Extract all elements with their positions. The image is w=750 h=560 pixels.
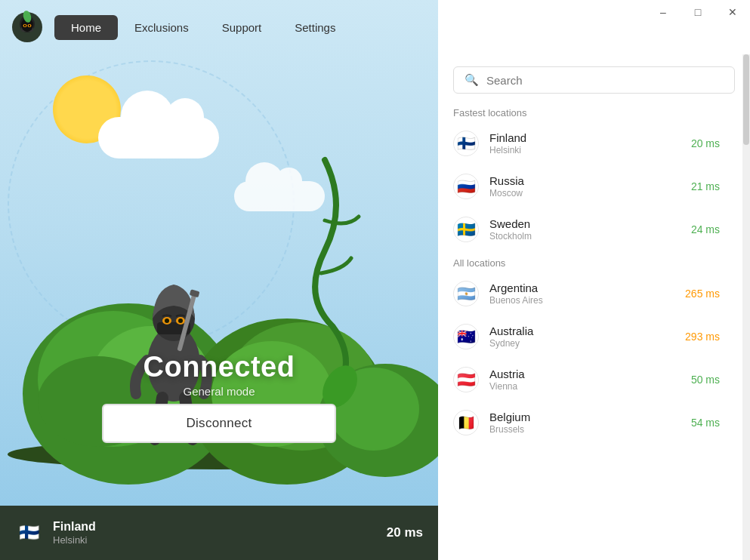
loc-ping: 21 ms bbox=[691, 180, 720, 192]
loc-ping: 265 ms bbox=[685, 288, 720, 300]
disconnect-button-wrap: Disconnect bbox=[102, 404, 336, 443]
flag-finland: 🇫🇮 bbox=[453, 131, 479, 156]
flag-sweden: 🇸🇪 bbox=[453, 217, 479, 242]
status-info: Finland Helsinki bbox=[53, 520, 387, 546]
navbar: Home Exclusions Support Settings bbox=[0, 0, 438, 54]
loc-info-austria: Austria Vienna bbox=[489, 368, 691, 392]
loc-city: Brussels bbox=[489, 424, 691, 435]
loc-country: Argentina bbox=[489, 282, 685, 294]
loc-info-argentina: Argentina Buenos Aires bbox=[489, 282, 685, 306]
minimize-button[interactable]: – bbox=[646, 0, 681, 24]
maximize-button[interactable]: □ bbox=[681, 0, 715, 24]
svg-point-26 bbox=[178, 318, 183, 323]
location-item[interactable]: 🇷🇺 Russia Moscow 21 ms bbox=[438, 165, 735, 208]
location-item[interactable]: 🇦🇺 Australia Sydney 293 ms bbox=[438, 315, 735, 358]
scrollbar-track[interactable] bbox=[742, 54, 750, 560]
loc-city: Helsinki bbox=[489, 145, 691, 155]
location-list: Fastest locations 🇫🇮 Finland Helsinki 20… bbox=[438, 101, 750, 560]
svg-point-7 bbox=[29, 25, 30, 26]
app-logo-icon bbox=[11, 11, 44, 44]
loc-city: Vienna bbox=[489, 381, 691, 392]
loc-city: Buenos Aires bbox=[489, 295, 685, 306]
location-item[interactable]: 🇸🇪 Sweden Stockholm 24 ms bbox=[438, 208, 735, 251]
flag-austria: 🇦🇹 bbox=[453, 367, 479, 392]
loc-city: Moscow bbox=[489, 188, 691, 198]
fastest-section-label: Fastest locations bbox=[438, 101, 742, 122]
svg-point-25 bbox=[165, 318, 169, 323]
connection-mode: General mode bbox=[0, 385, 438, 398]
loc-country: Belgium bbox=[489, 411, 691, 423]
status-bar: 🇫🇮 Finland Helsinki 20 ms bbox=[0, 506, 438, 560]
connection-status: Connected bbox=[0, 351, 438, 383]
search-bar: 🔍 bbox=[453, 66, 735, 94]
loc-city: Stockholm bbox=[489, 231, 691, 242]
status-ping: 20 ms bbox=[387, 525, 423, 540]
status-area: Connected General mode bbox=[0, 351, 438, 398]
search-input[interactable] bbox=[486, 74, 724, 87]
loc-country: Australia bbox=[489, 325, 685, 337]
flag-russia: 🇷🇺 bbox=[453, 174, 479, 199]
loc-ping: 293 ms bbox=[685, 331, 720, 343]
disconnect-button[interactable]: Disconnect bbox=[102, 404, 336, 443]
status-flag: 🇫🇮 bbox=[15, 519, 42, 546]
location-item[interactable]: 🇦🇷 Argentina Buenos Aires 265 ms bbox=[438, 272, 735, 315]
close-button[interactable]: ✕ bbox=[715, 0, 750, 24]
loc-country: Austria bbox=[489, 368, 691, 380]
loc-city: Sydney bbox=[489, 338, 685, 349]
loc-ping: 50 ms bbox=[691, 374, 720, 386]
location-item[interactable]: 🇦🇹 Austria Vienna 50 ms bbox=[438, 358, 735, 401]
loc-info-sweden: Sweden Stockholm bbox=[489, 217, 691, 242]
flag-australia: 🇦🇺 bbox=[453, 324, 479, 349]
right-panel: 🔍 Fastest locations 🇫🇮 Finland Helsinki … bbox=[438, 0, 750, 560]
loc-ping: 20 ms bbox=[691, 137, 720, 149]
status-country: Finland bbox=[53, 520, 387, 534]
loc-info-belgium: Belgium Brussels bbox=[489, 411, 691, 435]
loc-info-finland: Finland Helsinki bbox=[489, 131, 691, 155]
tab-settings[interactable]: Settings bbox=[278, 15, 352, 40]
all-section-label: All locations bbox=[438, 251, 742, 272]
tab-home[interactable]: Home bbox=[54, 15, 118, 40]
loc-info-russia: Russia Moscow bbox=[489, 174, 691, 198]
status-city: Helsinki bbox=[53, 534, 387, 546]
location-item[interactable]: 🇧🇪 Belgium Brussels 54 ms bbox=[438, 402, 735, 444]
location-item[interactable]: 🇫🇮 Finland Helsinki 20 ms bbox=[438, 122, 735, 165]
loc-ping: 54 ms bbox=[691, 417, 720, 429]
svg-rect-28 bbox=[190, 289, 200, 297]
cloud1-illustration bbox=[98, 117, 219, 158]
left-panel: Home Exclusions Support Settings bbox=[0, 0, 438, 560]
loc-country: Russia bbox=[489, 174, 691, 187]
loc-ping: 24 ms bbox=[691, 223, 720, 235]
search-icon: 🔍 bbox=[465, 73, 479, 87]
loc-country: Sweden bbox=[489, 217, 691, 230]
titlebar: – □ ✕ bbox=[646, 0, 750, 24]
tab-exclusions[interactable]: Exclusions bbox=[118, 15, 205, 40]
loc-info-australia: Australia Sydney bbox=[489, 325, 685, 349]
flag-argentina: 🇦🇷 bbox=[453, 281, 479, 306]
loc-country: Finland bbox=[489, 131, 691, 144]
scrollbar-thumb[interactable] bbox=[743, 54, 749, 145]
logo bbox=[8, 8, 47, 47]
svg-point-6 bbox=[24, 25, 26, 26]
tab-support[interactable]: Support bbox=[205, 15, 279, 40]
flag-belgium: 🇧🇪 bbox=[453, 410, 479, 435]
nav-tabs: Home Exclusions Support Settings bbox=[54, 0, 352, 54]
